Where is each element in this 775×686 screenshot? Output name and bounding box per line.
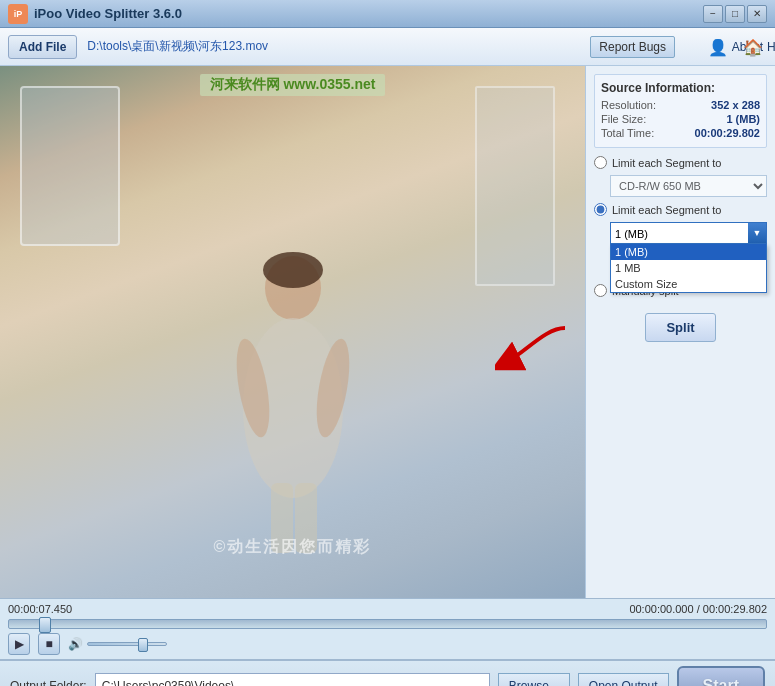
source-info-box: Source Information: Resolution: 352 x 28… bbox=[594, 74, 767, 148]
totaltime-label: Total Time: bbox=[601, 127, 654, 139]
volume-slider-area: 🔊 bbox=[68, 637, 167, 651]
report-bugs-button[interactable]: Report Bugs bbox=[590, 36, 675, 58]
controls-row: ▶ ■ 🔊 bbox=[8, 633, 767, 655]
add-file-button[interactable]: Add File bbox=[8, 35, 77, 59]
volume-thumb[interactable] bbox=[138, 638, 148, 652]
time-display-row: 00:00:07.450 00:00:00.000 / 00:00:29.802 bbox=[8, 603, 767, 615]
mirror-decoration bbox=[20, 86, 120, 246]
start-button[interactable]: Start bbox=[677, 666, 765, 687]
filesize-value: 1 (MB) bbox=[726, 113, 760, 125]
open-output-button[interactable]: Open Output bbox=[578, 673, 669, 687]
output-path-input[interactable] bbox=[95, 673, 490, 687]
output-folder-label: Output Folder: bbox=[10, 679, 87, 687]
filesize-label: File Size: bbox=[601, 113, 646, 125]
list-item-1mb[interactable]: 1 MB bbox=[611, 260, 766, 276]
limit1-radio[interactable] bbox=[594, 156, 607, 169]
current-time: 00:00:07.450 bbox=[8, 603, 72, 615]
maximize-button[interactable]: □ bbox=[725, 5, 745, 23]
titlebar: iP iPoo Video Splitter 3.6.0 − □ ✕ bbox=[0, 0, 775, 28]
play-button[interactable]: ▶ bbox=[8, 633, 30, 655]
split-button[interactable]: Split bbox=[645, 313, 715, 342]
manual-split-radio[interactable] bbox=[594, 284, 607, 297]
homepage-button[interactable]: 🏠 HomePage bbox=[735, 34, 775, 59]
limit2-select-display[interactable]: 1 (MB) ▼ bbox=[610, 222, 767, 244]
volume-icon: 🔊 bbox=[68, 637, 83, 651]
svg-point-1 bbox=[263, 252, 323, 288]
watermark-text: ©动生活因您而精彩 bbox=[214, 537, 372, 558]
resolution-value: 352 x 288 bbox=[711, 99, 760, 111]
app-icon: iP bbox=[8, 4, 28, 24]
list-item-custom-size[interactable]: Custom Size bbox=[611, 276, 766, 292]
time-range: 00:00:00.000 / 00:00:29.802 bbox=[629, 603, 767, 615]
homepage-icon: 🏠 bbox=[743, 37, 763, 56]
seek-bar[interactable] bbox=[8, 619, 767, 629]
red-arrow bbox=[495, 308, 575, 388]
timeline-area: 00:00:07.450 00:00:00.000 / 00:00:29.802… bbox=[0, 598, 775, 660]
main-area: 河来软件网 www.0355.net ©动生活因您而精彩 Source Info… bbox=[0, 66, 775, 598]
window-controls: − □ ✕ bbox=[703, 5, 767, 23]
limit1-option-row: Limit each Segment to bbox=[594, 156, 767, 169]
limit2-current-value: 1 (MB) bbox=[611, 223, 748, 243]
resolution-label: Resolution: bbox=[601, 99, 656, 111]
right-panel: Source Information: Resolution: 352 x 28… bbox=[585, 66, 775, 598]
stop-button[interactable]: ■ bbox=[38, 633, 60, 655]
limit1-select[interactable]: CD-R/W 650 MB DVD 4.7 GB Custom Size bbox=[610, 175, 767, 197]
window-decoration bbox=[475, 86, 555, 286]
browse-button[interactable]: Browse... bbox=[498, 673, 570, 687]
brand-overlay: 河来软件网 www.0355.net bbox=[0, 74, 585, 96]
title-text: iPoo Video Splitter 3.6.0 bbox=[34, 6, 182, 21]
video-panel: 河来软件网 www.0355.net ©动生活因您而精彩 bbox=[0, 66, 585, 598]
limit1-dropdown-row: CD-R/W 650 MB DVD 4.7 GB Custom Size bbox=[610, 175, 767, 197]
totaltime-row: Total Time: 00:00:29.802 bbox=[601, 127, 760, 139]
brand-text: 河来软件网 www.0355.net bbox=[200, 74, 386, 96]
list-item-1mb-selected[interactable]: 1 (MB) bbox=[611, 244, 766, 260]
limit2-dropdown-list: 1 (MB) 1 MB Custom Size bbox=[610, 244, 767, 293]
minimize-button[interactable]: − bbox=[703, 5, 723, 23]
limit2-dropdown-arrow[interactable]: ▼ bbox=[748, 223, 766, 243]
limit2-label: Limit each Segment to bbox=[612, 204, 721, 216]
top-navbar: Add File D:\tools\桌面\新视频\河东123.mov Repor… bbox=[0, 28, 775, 66]
close-button[interactable]: ✕ bbox=[747, 5, 767, 23]
person-silhouette bbox=[213, 248, 373, 568]
limit2-dropdown-area: 1 (MB) ▼ 1 (MB) 1 MB Custom Size bbox=[610, 222, 767, 244]
source-info-title: Source Information: bbox=[601, 81, 760, 95]
volume-track[interactable] bbox=[87, 642, 167, 646]
options-area: Limit each Segment to CD-R/W 650 MB DVD … bbox=[594, 156, 767, 297]
homepage-label: HomePage bbox=[767, 40, 775, 54]
filesize-row: File Size: 1 (MB) bbox=[601, 113, 760, 125]
about-icon: 👤 bbox=[708, 37, 728, 56]
seek-thumb[interactable] bbox=[39, 617, 51, 633]
limit2-option-row: Limit each Segment to bbox=[594, 203, 767, 216]
resolution-row: Resolution: 352 x 288 bbox=[601, 99, 760, 111]
totaltime-value: 00:00:29.802 bbox=[695, 127, 760, 139]
limit2-radio[interactable] bbox=[594, 203, 607, 216]
titlebar-left: iP iPoo Video Splitter 3.6.0 bbox=[8, 4, 182, 24]
bottom-bar: Output Folder: Browse... Open Output Sta… bbox=[0, 660, 775, 686]
limit1-label: Limit each Segment to bbox=[612, 157, 721, 169]
